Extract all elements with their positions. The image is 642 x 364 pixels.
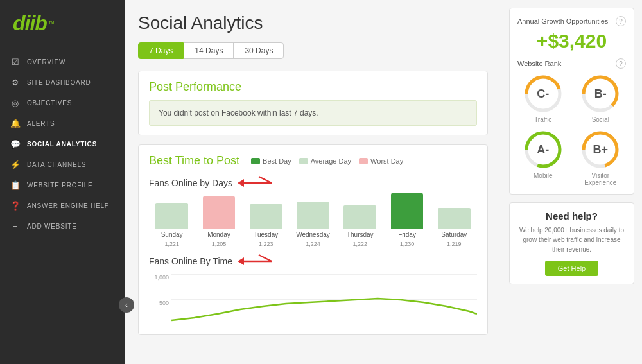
rank-label: Visitor Experience xyxy=(575,172,627,186)
legend-color-box xyxy=(299,158,308,164)
rank-label: Mobile xyxy=(534,172,552,179)
legend-item: Best Day xyxy=(251,157,291,165)
y-label-top: 1,000 xyxy=(149,274,169,281)
annual-card-header: Annual Growth Opportunities ? xyxy=(517,16,626,26)
annual-growth-card: Annual Growth Opportunities ? +$3,420 We… xyxy=(509,8,634,195)
overview-icon: ☑ xyxy=(10,56,21,67)
post-performance-section: Post Performance You didn't post on Face… xyxy=(138,71,488,135)
time-tab-7-days[interactable]: 7 Days xyxy=(138,42,184,59)
logo-container: diib™ xyxy=(0,0,125,46)
sidebar-item-alerts[interactable]: 🔔 Alerts xyxy=(0,113,125,134)
sidebar-item-website-profile[interactable]: 📋 Website Profile xyxy=(0,175,125,195)
help-card: Need help? We help 20,000+ businesses da… xyxy=(509,202,634,284)
y-label-mid: 500 xyxy=(149,300,169,306)
best-time-header: Best Time to Post Best Day Average Day W… xyxy=(149,154,477,168)
day-label: Tuesday xyxy=(254,231,278,238)
day-label: Thursday xyxy=(347,231,374,238)
day-bar-wrap xyxy=(198,193,239,229)
sidebar-item-data-channels[interactable]: ⚡ Data Channels xyxy=(0,154,125,175)
rank-item-visitor-experience: B+ Visitor Experience xyxy=(575,130,627,186)
day-column: Saturday 1,219 xyxy=(434,193,474,247)
rank-item-traffic: C- Traffic xyxy=(517,74,569,123)
rank-grid: C- Traffic B- Social A- Mobile B+ xyxy=(517,74,626,186)
answer-engine-help-icon: ❓ xyxy=(10,200,21,211)
sidebar-item-label: Website Profile xyxy=(27,182,93,189)
sidebar-item-label: Data Channels xyxy=(27,161,86,168)
post-performance-title: Post Performance xyxy=(149,80,477,94)
page-title: Social Analytics xyxy=(138,13,488,33)
time-tab-30-days[interactable]: 30 Days xyxy=(234,42,284,59)
sidebar-item-label: Add Website xyxy=(27,223,77,230)
day-bar xyxy=(297,202,329,229)
fans-by-days-container: Fans Online by Days Sunday 1,221 Monday … xyxy=(149,174,477,247)
help-text: We help 20,000+ businesses daily to grow… xyxy=(517,225,626,254)
alerts-icon: 🔔 xyxy=(10,118,21,128)
time-tab-14-days[interactable]: 14 Days xyxy=(184,42,234,59)
legend-label: Worst Day xyxy=(370,157,403,165)
fans-time-chart: 1,000 500 xyxy=(149,274,477,325)
rank-item-mobile: A- Mobile xyxy=(517,130,569,186)
day-bar-wrap xyxy=(293,193,333,229)
sidebar-item-add-website[interactable]: + Add Website xyxy=(0,216,125,236)
fans-by-time-section: Fans Online By Time 1,000 500 xyxy=(149,252,477,325)
legend-label: Best Day xyxy=(263,157,291,165)
day-value: 1,230 xyxy=(400,241,415,247)
no-post-message: You didn't post on Facebook within last … xyxy=(149,100,477,126)
rank-letter: B- xyxy=(594,87,607,101)
fans-by-days-title: Fans Online by Days xyxy=(149,178,232,188)
site-dashboard-icon: ⚙ xyxy=(10,77,21,87)
days-bar-chart: Sunday 1,221 Monday 1,205 Tuesday 1,223 … xyxy=(149,196,477,247)
day-bar-wrap xyxy=(434,193,474,229)
social-analytics-icon: 💬 xyxy=(10,139,21,149)
rank-circle: B- xyxy=(580,74,620,114)
day-bar-wrap xyxy=(152,193,192,229)
day-bar xyxy=(155,203,188,229)
svg-line-5 xyxy=(259,255,272,261)
chart-drawing-area xyxy=(171,274,477,325)
sidebar-item-site-dashboard[interactable]: ⚙ Site Dashboard xyxy=(0,72,125,92)
sidebar-item-answer-engine-help[interactable]: ❓ Answer Engine Help xyxy=(0,195,125,216)
sidebar-nav: ☑ Overview ⚙ Site Dashboard ◎ Objectives… xyxy=(0,46,125,358)
website-rank-header: Website Rank ? xyxy=(517,58,626,69)
rank-letter: B+ xyxy=(593,143,608,157)
rank-label: Social xyxy=(592,116,609,123)
logo-text: diib xyxy=(13,12,47,35)
day-label: Monday xyxy=(207,231,230,238)
day-column: Monday 1,205 xyxy=(198,193,239,247)
time-filter-tabs: 7 Days14 Days30 Days xyxy=(138,42,488,59)
day-bar xyxy=(203,196,236,229)
day-column: Wednesday 1,224 xyxy=(293,193,333,247)
day-value: 1,222 xyxy=(353,241,368,247)
best-time-title: Best Time to Post xyxy=(149,154,239,168)
chart-legend: Best Day Average Day Worst Day xyxy=(251,157,403,165)
day-bar-wrap xyxy=(386,193,427,229)
red-arrow-days xyxy=(236,174,275,192)
rank-help-icon[interactable]: ? xyxy=(616,58,626,69)
day-column: Friday 1,230 xyxy=(386,193,427,247)
sidebar-item-overview[interactable]: ☑ Overview xyxy=(0,51,125,72)
day-value: 1,219 xyxy=(447,241,462,247)
red-arrow-time xyxy=(236,252,275,270)
objectives-icon: ◎ xyxy=(10,98,21,108)
day-label: Sunday xyxy=(161,231,183,238)
day-column: Tuesday 1,223 xyxy=(246,193,286,247)
svg-marker-1 xyxy=(238,179,244,187)
fans-by-time-title: Fans Online By Time xyxy=(149,256,232,266)
sidebar-item-social-analytics[interactable]: 💬 Social Analytics xyxy=(0,134,125,154)
help-button[interactable]: Get Help xyxy=(545,261,598,276)
sidebar-collapse-button[interactable]: ‹ xyxy=(119,297,134,313)
legend-label: Average Day xyxy=(311,157,351,165)
sidebar-item-label: Alerts xyxy=(27,120,55,127)
day-column: Sunday 1,221 xyxy=(152,193,192,247)
rank-letter: C- xyxy=(537,87,549,101)
legend-color-box xyxy=(359,158,368,164)
sidebar-item-objectives[interactable]: ◎ Objectives xyxy=(0,92,125,113)
fans-by-days-header: Fans Online by Days xyxy=(149,174,477,192)
website-rank-label: Website Rank xyxy=(517,60,561,67)
main-content: Social Analytics 7 Days14 Days30 Days Po… xyxy=(125,0,501,364)
legend-item: Average Day xyxy=(299,157,351,165)
logo-tm: ™ xyxy=(48,20,55,27)
website-profile-icon: 📋 xyxy=(10,180,21,190)
legend-item: Worst Day xyxy=(359,157,403,165)
annual-help-icon[interactable]: ? xyxy=(616,16,626,26)
